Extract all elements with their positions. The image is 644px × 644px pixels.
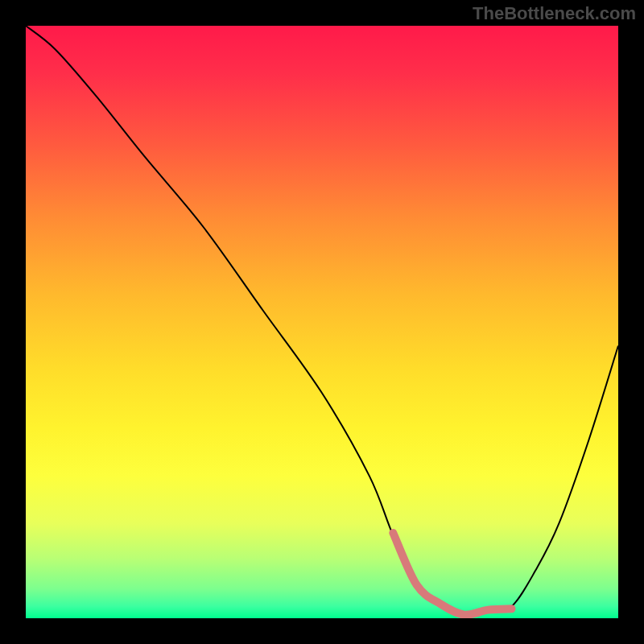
bottleneck-curve bbox=[26, 26, 618, 613]
watermark-text: TheBottleneck.com bbox=[473, 3, 636, 24]
plot-area bbox=[26, 26, 618, 618]
chart-container: TheBottleneck.com bbox=[0, 0, 644, 644]
highlight-segment bbox=[393, 533, 511, 615]
curve-layer bbox=[26, 26, 618, 618]
